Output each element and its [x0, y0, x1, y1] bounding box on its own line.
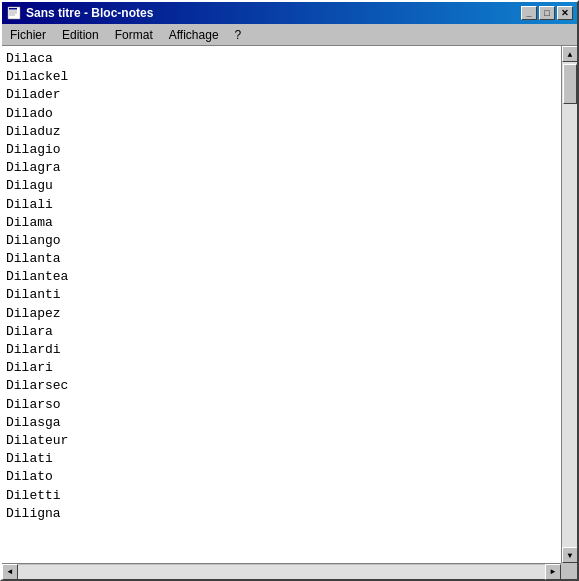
- horizontal-scrollbar: ◄ ►: [2, 563, 561, 579]
- scroll-down-button[interactable]: ▼: [562, 547, 577, 563]
- title-bar: Sans titre - Bloc-notes _ □ ✕: [2, 2, 577, 24]
- scroll-up-button[interactable]: ▲: [562, 46, 577, 62]
- title-bar-buttons: _ □ ✕: [521, 6, 573, 20]
- main-window: Sans titre - Bloc-notes _ □ ✕ Fichier Ed…: [0, 0, 579, 581]
- menu-edition[interactable]: Edition: [54, 26, 107, 44]
- content-area: Dilaca Dilackel Dilader Dilado Diladuz D…: [2, 46, 577, 563]
- scroll-thumb-v[interactable]: [563, 64, 577, 104]
- vertical-scrollbar: ▲ ▼: [561, 46, 577, 563]
- menu-format[interactable]: Format: [107, 26, 161, 44]
- scroll-track-h[interactable]: [18, 565, 545, 579]
- close-button[interactable]: ✕: [557, 6, 573, 20]
- menu-help[interactable]: ?: [227, 26, 250, 44]
- scroll-track-v[interactable]: [562, 62, 577, 547]
- maximize-button[interactable]: □: [539, 6, 555, 20]
- svg-rect-1: [9, 8, 17, 10]
- window-title: Sans titre - Bloc-notes: [26, 6, 153, 20]
- app-icon: [6, 5, 22, 21]
- scroll-left-button[interactable]: ◄: [2, 564, 18, 580]
- title-bar-left: Sans titre - Bloc-notes: [6, 5, 153, 21]
- bottom-bar: ◄ ►: [2, 563, 577, 579]
- text-editor[interactable]: Dilaca Dilackel Dilader Dilado Diladuz D…: [2, 46, 561, 563]
- menu-fichier[interactable]: Fichier: [2, 26, 54, 44]
- menu-bar: Fichier Edition Format Affichage ?: [2, 24, 577, 46]
- menu-affichage[interactable]: Affichage: [161, 26, 227, 44]
- minimize-button[interactable]: _: [521, 6, 537, 20]
- scroll-right-button[interactable]: ►: [545, 564, 561, 580]
- scroll-corner: [561, 563, 577, 579]
